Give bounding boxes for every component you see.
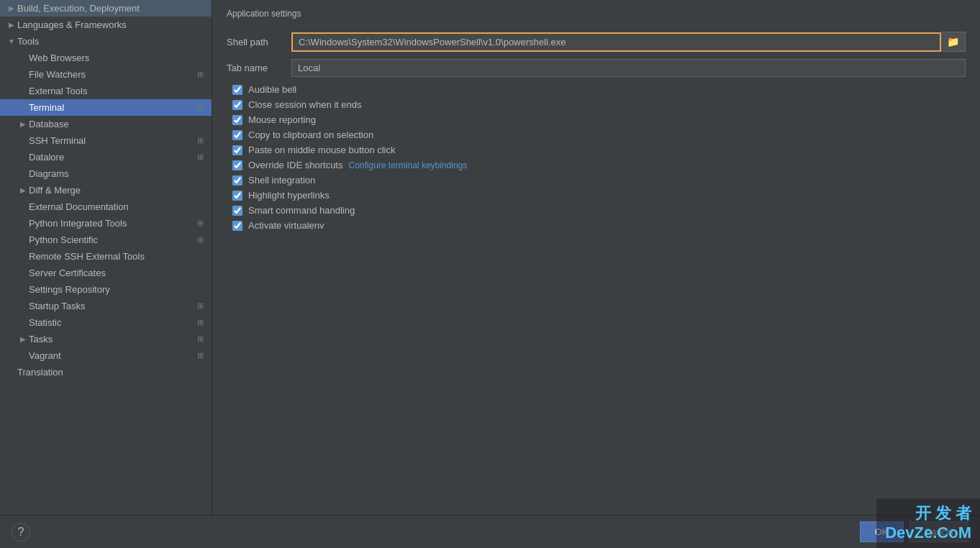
sidebar-item-server-certificates[interactable]: Server Certificates (0, 265, 212, 281)
sidebar-item-label: Tools (17, 36, 206, 47)
sidebar-item-label: Python Scientific (29, 234, 194, 245)
sidebar-item-label: Vagrant (29, 350, 194, 361)
sidebar-item-translation[interactable]: Translation (0, 364, 212, 380)
checkbox-row-copy-clipboard: Copy to clipboard on selection (227, 129, 966, 140)
sync-icon: ⊞ (194, 301, 206, 311)
checkbox-row-audible-bell: Audible bell (227, 84, 966, 95)
checkbox-label-paste-middle: Paste on middle mouse button click (248, 145, 396, 155)
sidebar-item-label: Python Integrated Tools (29, 218, 194, 229)
tree-arrow: ▶ (6, 21, 17, 29)
checkbox-label-smart-command: Smart command handling (248, 205, 355, 216)
checkbox-label-copy-clipboard: Copy to clipboard on selection (248, 129, 373, 140)
sidebar-item-label: Tasks (29, 334, 194, 344)
checkbox-label-shell-integration: Shell integration (248, 175, 315, 186)
sidebar-item-web-browsers[interactable]: Web Browsers (0, 50, 212, 66)
checkbox-row-override-ide: Override IDE shortcutsConfigure terminal… (227, 160, 966, 170)
tree-arrow: ▼ (6, 37, 17, 45)
sidebar-item-label: Remote SSH External Tools (29, 251, 206, 262)
checkbox-smart-command[interactable] (232, 206, 242, 216)
checkbox-label-highlight-hyperlinks: Highlight hyperlinks (248, 190, 330, 201)
sidebar-item-label: File Watchers (29, 69, 194, 80)
sidebar-item-label: External Tools (29, 86, 206, 96)
sidebar-item-datalore[interactable]: Datalore⊞ (0, 149, 212, 165)
checkbox-label-override-ide: Override IDE shortcuts (248, 160, 343, 170)
sidebar-item-label: Statistic (29, 317, 194, 328)
checkbox-row-mouse-reporting: Mouse reporting (227, 114, 966, 125)
tree-arrow: ▶ (6, 4, 17, 12)
sidebar-item-tools[interactable]: ▼Tools (0, 33, 212, 50)
checkbox-label-close-session: Close session when it ends (248, 99, 362, 110)
settings-dialog: ▶Build, Execution, Deployment▶Languages … (0, 0, 980, 548)
sidebar-item-languages-frameworks[interactable]: ▶Languages & Frameworks (0, 17, 212, 33)
checkbox-activate-virtualenv[interactable] (232, 221, 242, 231)
checkbox-label-audible-bell: Audible bell (248, 84, 296, 95)
sidebar-item-diff-merge[interactable]: ▶Diff & Merge (0, 182, 212, 198)
checkbox-label-mouse-reporting: Mouse reporting (248, 114, 316, 125)
sidebar-item-external-tools[interactable]: External Tools (0, 83, 212, 99)
checkbox-override-ide[interactable] (232, 160, 242, 170)
keybindings-link[interactable]: Configure terminal keybindings (349, 160, 468, 170)
sidebar-item-settings-repository[interactable]: Settings Repository (0, 281, 212, 298)
checkbox-row-close-session: Close session when it ends (227, 99, 966, 110)
watermark: 开 发 者 DevZe.CoM (876, 498, 980, 548)
sidebar-item-label: Database (29, 119, 206, 129)
shell-path-row: Shell path 📁 (227, 32, 966, 52)
checkbox-label-activate-virtualenv: Activate virtualenv (248, 220, 325, 231)
sync-icon: ⊞ (194, 152, 206, 162)
tab-name-label: Tab name (227, 63, 291, 73)
shell-path-input[interactable] (291, 32, 941, 52)
tree-arrow: ▶ (17, 335, 29, 343)
sidebar-item-database[interactable]: ▶Database (0, 116, 212, 132)
checkbox-row-smart-command: Smart command handling (227, 205, 966, 216)
checkbox-row-paste-middle: Paste on middle mouse button click (227, 145, 966, 155)
tab-name-row: Tab name (227, 59, 966, 77)
sidebar-item-terminal[interactable]: Terminal⊞ (0, 99, 212, 116)
sidebar-item-label: Settings Repository (29, 284, 206, 295)
sync-icon: ⊞ (194, 318, 206, 327)
shell-path-input-wrapper: 📁 (291, 32, 966, 52)
sidebar-item-remote-ssh-external-tools[interactable]: Remote SSH External Tools (0, 248, 212, 265)
sidebar-item-build-execution[interactable]: ▶Build, Execution, Deployment (0, 0, 212, 17)
sidebar-item-label: Diagrams (29, 168, 206, 179)
sync-icon: ⊞ (194, 136, 206, 145)
sidebar-item-label: Web Browsers (29, 52, 206, 63)
section-title: Application settings (227, 9, 966, 22)
sidebar-item-ssh-terminal[interactable]: SSH Terminal⊞ (0, 132, 212, 149)
sidebar: ▶Build, Execution, Deployment▶Languages … (0, 0, 212, 515)
watermark-line1: 开 发 者 (885, 504, 971, 523)
sidebar-item-label: Terminal (29, 102, 194, 113)
sidebar-item-tasks[interactable]: ▶Tasks⊞ (0, 331, 212, 347)
sync-icon: ⊞ (194, 235, 206, 245)
sync-icon: ⊞ (194, 334, 206, 344)
checkbox-paste-middle[interactable] (232, 145, 242, 155)
dialog-body: ▶Build, Execution, Deployment▶Languages … (0, 0, 980, 515)
checkbox-close-session[interactable] (232, 100, 242, 110)
browse-button[interactable]: 📁 (941, 32, 966, 52)
sync-icon: ⊞ (194, 70, 206, 79)
sidebar-item-diagrams[interactable]: Diagrams (0, 165, 212, 182)
sidebar-item-label: Translation (17, 367, 206, 378)
checkbox-row-shell-integration: Shell integration (227, 175, 966, 186)
sidebar-item-label: Diff & Merge (29, 185, 206, 196)
tree-arrow: ▶ (17, 186, 29, 194)
checkbox-row-highlight-hyperlinks: Highlight hyperlinks (227, 190, 966, 201)
sidebar-item-statistic[interactable]: Statistic⊞ (0, 314, 212, 331)
main-content: Application settings Shell path 📁 Tab na… (212, 0, 980, 515)
checkbox-highlight-hyperlinks[interactable] (232, 191, 242, 201)
checkbox-audible-bell[interactable] (232, 85, 242, 95)
sidebar-item-python-scientific[interactable]: Python Scientific⊞ (0, 232, 212, 248)
help-button[interactable]: ? (12, 523, 30, 542)
checkbox-copy-clipboard[interactable] (232, 130, 242, 140)
checkbox-shell-integration[interactable] (232, 175, 242, 186)
checkboxes-container: Audible bellClose session when it endsMo… (227, 84, 966, 231)
sidebar-item-vagrant[interactable]: Vagrant⊞ (0, 347, 212, 364)
sidebar-item-label: Datalore (29, 152, 194, 163)
sidebar-item-external-documentation[interactable]: External Documentation (0, 198, 212, 215)
tab-name-input[interactable] (291, 59, 966, 77)
sidebar-item-python-integrated-tools[interactable]: Python Integrated Tools⊞ (0, 215, 212, 232)
sidebar-item-file-watchers[interactable]: File Watchers⊞ (0, 66, 212, 83)
sidebar-item-startup-tasks[interactable]: Startup Tasks⊞ (0, 298, 212, 314)
dialog-footer: ? OK Cancel (0, 515, 980, 548)
checkbox-mouse-reporting[interactable] (232, 115, 242, 125)
sync-icon: ⊞ (194, 351, 206, 360)
